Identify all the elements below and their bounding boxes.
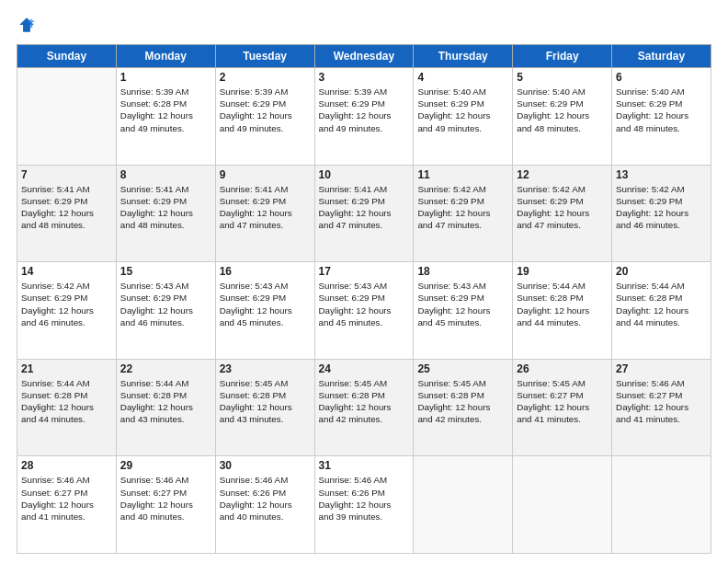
calendar-cell: 24Sunrise: 5:45 AMSunset: 6:28 PMDayligh… [314,359,414,456]
day-number: 4 [417,71,508,84]
day-number: 9 [220,168,311,181]
day-info: Sunrise: 5:41 AMSunset: 6:29 PMDaylight:… [220,183,311,232]
calendar-week-row: 14Sunrise: 5:42 AMSunset: 6:29 PMDayligh… [17,262,711,360]
calendar-cell: 14Sunrise: 5:42 AMSunset: 6:29 PMDayligh… [17,262,117,360]
calendar-cell: 7Sunrise: 5:41 AMSunset: 6:29 PMDaylight… [17,165,117,262]
day-number: 15 [120,265,211,278]
calendar-cell: 11Sunrise: 5:42 AMSunset: 6:29 PMDayligh… [414,165,513,262]
day-info: Sunrise: 5:42 AMSunset: 6:29 PMDaylight:… [616,183,707,232]
day-info: Sunrise: 5:45 AMSunset: 6:28 PMDaylight:… [417,377,508,426]
calendar-cell: 22Sunrise: 5:44 AMSunset: 6:28 PMDayligh… [116,359,215,456]
day-number: 17 [319,265,410,278]
day-number: 19 [517,265,608,278]
calendar-cell: 19Sunrise: 5:44 AMSunset: 6:28 PMDayligh… [513,262,612,360]
calendar-cell: 26Sunrise: 5:45 AMSunset: 6:27 PMDayligh… [513,359,612,456]
calendar-cell: 21Sunrise: 5:44 AMSunset: 6:28 PMDayligh… [17,359,117,456]
day-info: Sunrise: 5:44 AMSunset: 6:28 PMDaylight:… [120,377,211,426]
header [17,15,711,35]
calendar-cell: 2Sunrise: 5:39 AMSunset: 6:29 PMDaylight… [215,68,314,166]
calendar-table: SundayMondayTuesdayWednesdayThursdayFrid… [17,44,711,554]
weekday-header-thursday: Thursday [414,45,513,68]
calendar-cell [414,456,513,554]
day-info: Sunrise: 5:43 AMSunset: 6:29 PMDaylight:… [417,280,508,328]
day-number: 5 [517,71,608,84]
calendar-cell: 16Sunrise: 5:43 AMSunset: 6:29 PMDayligh… [215,262,314,360]
day-info: Sunrise: 5:42 AMSunset: 6:29 PMDaylight:… [21,280,112,328]
day-info: Sunrise: 5:39 AMSunset: 6:29 PMDaylight:… [220,86,311,134]
calendar-cell: 20Sunrise: 5:44 AMSunset: 6:28 PMDayligh… [612,262,711,360]
weekday-header-tuesday: Tuesday [215,45,314,68]
calendar-cell: 25Sunrise: 5:45 AMSunset: 6:28 PMDayligh… [414,359,513,456]
day-number: 18 [417,265,508,278]
day-info: Sunrise: 5:42 AMSunset: 6:29 PMDaylight:… [517,183,608,232]
weekday-header-monday: Monday [116,45,215,68]
day-info: Sunrise: 5:40 AMSunset: 6:29 PMDaylight:… [616,86,707,134]
day-info: Sunrise: 5:41 AMSunset: 6:29 PMDaylight:… [319,183,410,232]
day-info: Sunrise: 5:46 AMSunset: 6:27 PMDaylight:… [616,377,707,426]
day-info: Sunrise: 5:40 AMSunset: 6:29 PMDaylight:… [417,86,508,134]
day-info: Sunrise: 5:43 AMSunset: 6:29 PMDaylight:… [319,280,410,328]
day-number: 26 [517,362,608,375]
calendar-week-row: 1Sunrise: 5:39 AMSunset: 6:28 PMDaylight… [17,68,711,166]
calendar-cell [17,68,117,166]
day-number: 30 [220,459,311,472]
day-number: 12 [517,168,608,181]
day-number: 11 [417,168,508,181]
calendar-cell: 6Sunrise: 5:40 AMSunset: 6:29 PMDaylight… [612,68,711,166]
day-number: 23 [220,362,311,375]
calendar-cell: 13Sunrise: 5:42 AMSunset: 6:29 PMDayligh… [612,165,711,262]
calendar-week-row: 7Sunrise: 5:41 AMSunset: 6:29 PMDaylight… [17,165,711,262]
day-number: 3 [319,71,410,84]
calendar-cell: 3Sunrise: 5:39 AMSunset: 6:29 PMDaylight… [314,68,414,166]
day-number: 7 [21,168,112,181]
day-info: Sunrise: 5:46 AMSunset: 6:27 PMDaylight:… [120,474,211,523]
day-info: Sunrise: 5:46 AMSunset: 6:26 PMDaylight:… [319,474,410,523]
calendar-cell: 23Sunrise: 5:45 AMSunset: 6:28 PMDayligh… [215,359,314,456]
calendar-week-row: 28Sunrise: 5:46 AMSunset: 6:27 PMDayligh… [17,456,711,554]
calendar-cell: 18Sunrise: 5:43 AMSunset: 6:29 PMDayligh… [414,262,513,360]
day-info: Sunrise: 5:40 AMSunset: 6:29 PMDaylight:… [517,86,608,134]
page: SundayMondayTuesdayWednesdayThursdayFrid… [0,0,728,563]
day-info: Sunrise: 5:39 AMSunset: 6:29 PMDaylight:… [319,86,410,134]
day-info: Sunrise: 5:46 AMSunset: 6:26 PMDaylight:… [220,474,311,523]
day-info: Sunrise: 5:46 AMSunset: 6:27 PMDaylight:… [21,474,112,523]
day-number: 24 [319,362,410,375]
day-info: Sunrise: 5:44 AMSunset: 6:28 PMDaylight:… [21,377,112,426]
day-info: Sunrise: 5:43 AMSunset: 6:29 PMDaylight:… [120,280,211,328]
calendar-cell: 17Sunrise: 5:43 AMSunset: 6:29 PMDayligh… [314,262,414,360]
weekday-header-row: SundayMondayTuesdayWednesdayThursdayFrid… [17,45,711,68]
day-number: 6 [616,71,707,84]
day-info: Sunrise: 5:43 AMSunset: 6:29 PMDaylight:… [220,280,311,328]
day-info: Sunrise: 5:44 AMSunset: 6:28 PMDaylight:… [517,280,608,328]
day-number: 8 [120,168,211,181]
calendar-cell: 4Sunrise: 5:40 AMSunset: 6:29 PMDaylight… [414,68,513,166]
day-info: Sunrise: 5:41 AMSunset: 6:29 PMDaylight:… [21,183,112,232]
day-number: 22 [120,362,211,375]
calendar-cell: 30Sunrise: 5:46 AMSunset: 6:26 PMDayligh… [215,456,314,554]
day-info: Sunrise: 5:45 AMSunset: 6:27 PMDaylight:… [517,377,608,426]
calendar-cell: 31Sunrise: 5:46 AMSunset: 6:26 PMDayligh… [314,456,414,554]
day-number: 25 [417,362,508,375]
weekday-header-friday: Friday [513,45,612,68]
day-info: Sunrise: 5:45 AMSunset: 6:28 PMDaylight:… [319,377,410,426]
day-info: Sunrise: 5:39 AMSunset: 6:28 PMDaylight:… [120,86,211,134]
day-number: 29 [120,459,211,472]
logo-icon [17,15,37,35]
day-number: 14 [21,265,112,278]
day-info: Sunrise: 5:42 AMSunset: 6:29 PMDaylight:… [417,183,508,232]
calendar-cell: 5Sunrise: 5:40 AMSunset: 6:29 PMDaylight… [513,68,612,166]
calendar-cell: 27Sunrise: 5:46 AMSunset: 6:27 PMDayligh… [612,359,711,456]
calendar-cell: 12Sunrise: 5:42 AMSunset: 6:29 PMDayligh… [513,165,612,262]
day-info: Sunrise: 5:44 AMSunset: 6:28 PMDaylight:… [616,280,707,328]
calendar-cell: 8Sunrise: 5:41 AMSunset: 6:29 PMDaylight… [116,165,215,262]
day-number: 31 [319,459,410,472]
day-info: Sunrise: 5:45 AMSunset: 6:28 PMDaylight:… [220,377,311,426]
day-number: 21 [21,362,112,375]
day-info: Sunrise: 5:41 AMSunset: 6:29 PMDaylight:… [120,183,211,232]
day-number: 27 [616,362,707,375]
calendar-cell: 1Sunrise: 5:39 AMSunset: 6:28 PMDaylight… [116,68,215,166]
day-number: 10 [319,168,410,181]
calendar-week-row: 21Sunrise: 5:44 AMSunset: 6:28 PMDayligh… [17,359,711,456]
weekday-header-wednesday: Wednesday [314,45,414,68]
calendar-cell [513,456,612,554]
